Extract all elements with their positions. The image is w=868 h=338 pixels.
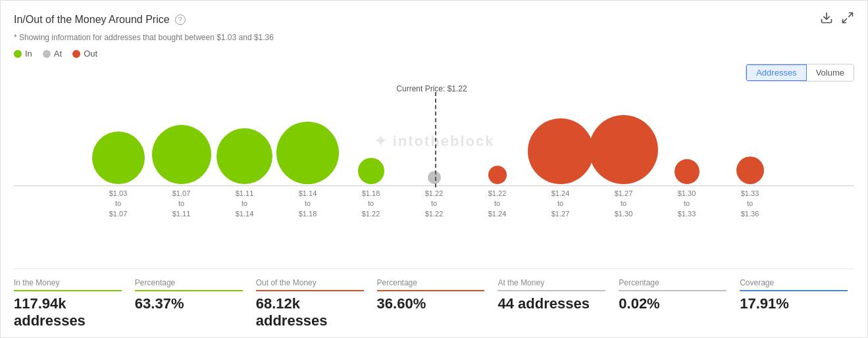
labels-row: $1.03to$1.07$1.07to$1.11$1.11to$1.14$1.1…	[14, 186, 854, 219]
stat-value-2: 68.12k addresses	[256, 295, 364, 329]
bubble-col	[340, 158, 403, 184]
stat-underline-0	[14, 290, 122, 291]
stat-underline-5	[619, 290, 727, 291]
chart-area: Current Price: $1.22 ✦ intotheblock $1.0…	[14, 84, 854, 263]
stat-label-1: Percentage	[135, 278, 243, 287]
bubble-7	[528, 118, 594, 184]
stat-label-3: Percentage	[377, 278, 485, 287]
legend-label-in: In	[25, 49, 32, 59]
svg-line-1	[849, 13, 853, 17]
stat-underline-6	[740, 290, 848, 291]
help-icon[interactable]: ?	[175, 14, 186, 25]
stat-value-0: 117.94k addresses	[14, 295, 122, 329]
stat-label-4: At the Money	[498, 278, 605, 287]
out-dot	[72, 50, 80, 58]
bubble-1	[152, 125, 211, 184]
download-icon[interactable]	[820, 11, 833, 28]
bubble-col	[529, 118, 592, 184]
bubble-col	[150, 125, 213, 184]
at-dot	[43, 50, 51, 58]
x-label-2: $1.11to$1.14	[213, 186, 276, 219]
stat-block-1: Percentage63.37%	[128, 278, 249, 312]
addresses-button[interactable]: Addresses	[746, 64, 806, 81]
bubble-col	[466, 166, 529, 184]
bubble-10	[736, 157, 764, 184]
stat-label-2: Out of the Money	[256, 278, 364, 287]
header-row: In/Out of the Money Around Price ?	[14, 11, 854, 28]
header-icons	[820, 11, 854, 28]
stat-underline-1	[135, 290, 243, 291]
x-label-7: $1.24to$1.27	[529, 186, 592, 219]
title-section: In/Out of the Money Around Price ?	[14, 14, 186, 26]
in-dot	[14, 50, 22, 58]
bubble-9	[675, 159, 700, 184]
legend-item-out: Out	[72, 49, 97, 59]
stat-block-0: In the Money117.94k addresses	[14, 278, 128, 329]
bubble-col	[719, 157, 782, 184]
stat-underline-4	[498, 290, 605, 291]
watermark: ✦ intotheblock	[349, 126, 520, 157]
bubble-col	[87, 132, 150, 184]
stat-label-6: Coverage	[740, 278, 848, 287]
legend: In At Out	[14, 49, 854, 59]
bubble-3	[276, 122, 339, 184]
bubble-5	[428, 171, 441, 184]
stat-value-3: 36.60%	[377, 295, 485, 312]
bubble-0	[92, 132, 145, 184]
x-label-8: $1.27to$1.30	[592, 186, 655, 219]
stat-underline-3	[377, 290, 485, 291]
x-label-6: $1.22to$1.24	[466, 186, 529, 219]
stat-underline-2	[256, 290, 364, 291]
legend-label-at: At	[54, 49, 62, 59]
price-line	[435, 92, 436, 187]
bubble-col	[403, 171, 466, 184]
bubble-4	[358, 158, 384, 184]
bubble-6	[488, 166, 507, 184]
stat-block-5: Percentage0.02%	[612, 278, 733, 312]
current-price-label: Current Price: $1.22	[396, 84, 467, 93]
stats-row: In the Money117.94k addressesPercentage6…	[14, 268, 854, 329]
subtitle: * Showing information for addresses that…	[14, 33, 854, 42]
stat-label-5: Percentage	[619, 278, 727, 287]
view-toggle: Addresses Volume	[746, 64, 854, 82]
main-container: In/Out of the Money Around Price ?	[0, 0, 868, 338]
expand-icon[interactable]	[841, 11, 854, 28]
stat-block-4: At the Money44 addresses	[491, 278, 612, 312]
x-label-10: $1.33to$1.36	[719, 186, 782, 219]
stat-block-3: Percentage36.60%	[370, 278, 492, 312]
stat-value-5: 0.02%	[619, 295, 727, 312]
stat-value-1: 63.37%	[135, 295, 243, 312]
legend-item-in: In	[14, 49, 32, 59]
legend-label-out: Out	[84, 49, 97, 59]
x-label-3: $1.14to$1.18	[276, 186, 340, 219]
volume-button[interactable]: Volume	[807, 64, 854, 81]
bubble-col	[213, 128, 276, 184]
stat-value-6: 17.91%	[740, 295, 848, 312]
bubbles-row: ✦ intotheblock	[14, 99, 854, 184]
bubble-col	[592, 115, 655, 184]
stat-value-4: 44 addresses	[498, 295, 605, 312]
bubble-col	[655, 159, 719, 184]
legend-item-at: At	[43, 49, 62, 59]
bubble-8	[589, 115, 658, 184]
bubble-col	[276, 122, 340, 184]
x-label-9: $1.30to$1.33	[655, 186, 719, 219]
stat-block-6: Coverage17.91%	[733, 278, 854, 312]
chart-title: In/Out of the Money Around Price	[14, 14, 170, 26]
x-label-0: $1.03to$1.07	[87, 186, 150, 219]
chart-controls: Addresses Volume	[14, 64, 854, 82]
stat-block-2: Out of the Money68.12k addresses	[249, 278, 370, 329]
bubble-2	[217, 128, 272, 184]
x-label-4: $1.18to$1.22	[340, 186, 403, 219]
stat-label-0: In the Money	[14, 278, 122, 287]
svg-line-2	[843, 19, 847, 23]
x-label-1: $1.07to$1.11	[150, 186, 213, 219]
x-label-5: $1.22to$1.22	[403, 186, 466, 219]
svg-text:✦ intotheblock: ✦ intotheblock	[374, 133, 494, 149]
